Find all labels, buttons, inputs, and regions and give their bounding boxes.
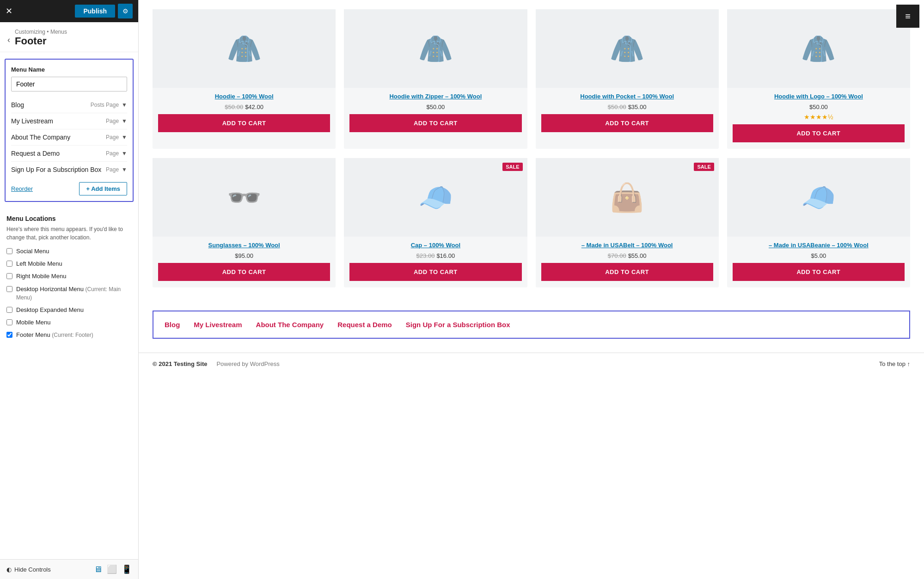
publish-button[interactable]: Publish [75, 5, 115, 18]
add-to-cart-button[interactable]: ADD TO CART [541, 263, 713, 281]
add-to-cart-button[interactable]: ADD TO CART [158, 263, 330, 281]
menu-location-label: Mobile Menu [16, 318, 50, 327]
menu-location-checkbox[interactable] [6, 261, 12, 267]
desktop-view-button[interactable]: 🖥 [94, 564, 102, 574]
product-name: Sunglasses – 100% Wool [158, 241, 330, 250]
product-price: $70.00$55.00 [541, 252, 713, 259]
footer-to-top[interactable]: To the top ↑ [879, 360, 910, 367]
gear-button[interactable]: ⚙ [118, 4, 133, 18]
product-icon: 🧥 [801, 32, 836, 65]
footer-nav-link[interactable]: Sign Up For a Subscription Box [406, 321, 510, 329]
product-name: Hoodie with Logo – 100% Wool [733, 92, 905, 101]
close-button[interactable]: ✕ [6, 6, 12, 16]
menu-item-expand[interactable]: ▼ [122, 118, 127, 124]
menu-locations-section: Menu Locations Here's where this menu ap… [0, 208, 138, 350]
hide-controls-button[interactable]: ◐ Hide Controls [6, 566, 51, 573]
menu-locations-list: Social Menu Left Mobile Menu Right Mobil… [6, 247, 132, 340]
mobile-view-button[interactable]: 📱 [122, 564, 132, 574]
product-card: 🧥 Hoodie with Pocket – 100% Wool $50.00$… [536, 9, 719, 149]
product-price: $50.00 [349, 104, 521, 110]
menu-item-expand[interactable]: ▼ [122, 102, 127, 108]
old-price: $50.00 [225, 104, 243, 110]
left-panel: ✕ Publish ⚙ ‹ Customizing • Menus Footer… [0, 0, 139, 579]
menu-location-checkbox[interactable] [6, 273, 12, 279]
add-to-cart-button[interactable]: ADD TO CART [349, 263, 521, 281]
menu-item-expand[interactable]: ▼ [122, 150, 127, 157]
menu-item[interactable]: About The Company Page ▼ [11, 129, 127, 146]
product-name: – Made in USABelt – 100% Wool [541, 241, 713, 250]
reorder-button[interactable]: Reorder [11, 185, 33, 192]
menu-location-checkbox[interactable] [6, 286, 12, 292]
product-info: Hoodie with Zipper – 100% Wool $50.00 [344, 88, 527, 110]
add-to-cart-button[interactable]: ADD TO CART [541, 114, 713, 132]
menu-item-name: Blog [11, 101, 91, 109]
product-image-area: 👜 SALE [536, 158, 719, 237]
product-info: Sunglasses – 100% Wool $95.00 [153, 237, 336, 259]
menu-item-type: Posts Page [91, 102, 119, 108]
tablet-view-button[interactable]: ⬜ [107, 564, 117, 574]
product-icon: 🧢 [418, 181, 453, 214]
menu-name-input[interactable] [11, 77, 127, 91]
sale-badge: SALE [502, 163, 522, 171]
add-items-button[interactable]: + Add Items [79, 182, 127, 195]
sale-badge: SALE [694, 163, 714, 171]
product-card: 🧢 SALE Cap – 100% Wool $23.00$16.00 ADD … [344, 158, 527, 287]
menu-item[interactable]: My Livestream Page ▼ [11, 113, 127, 129]
preview-inner: ≡ 🧥 Hoodie – 100% Wool $50.00$42.00 ADD … [139, 0, 924, 579]
new-price: $35.00 [628, 104, 647, 110]
top-bar: ✕ Publish ⚙ [0, 0, 138, 22]
product-info: Hoodie with Logo – 100% Wool $50.00 ★★★★… [727, 88, 910, 121]
menu-location-checkbox[interactable] [6, 319, 12, 325]
menu-location-checkbox[interactable] [6, 248, 12, 254]
product-grid-row2: 🕶️ Sunglasses – 100% Wool $95.00 ADD TO … [153, 158, 910, 287]
hamburger-icon[interactable]: ≡ [896, 5, 919, 28]
menu-location-item: Left Mobile Menu [6, 260, 132, 268]
menu-location-label: Desktop Expanded Menu [16, 306, 84, 314]
product-image-area: 🧥 [536, 9, 719, 88]
menu-location-item: Social Menu [6, 247, 132, 256]
product-price: $5.00 [733, 252, 905, 259]
product-icon: 🧥 [418, 32, 453, 65]
product-price: $95.00 [158, 252, 330, 259]
menu-item-type: Page [106, 166, 119, 173]
product-image-area: 🕶️ [153, 158, 336, 237]
new-price: $55.00 [628, 252, 647, 259]
menu-items-list: Blog Posts Page ▼ My Livestream Page ▼ A… [11, 97, 127, 177]
footer-left: © 2021 Testing Site Powered by WordPress [153, 360, 280, 367]
add-to-cart-button[interactable]: ADD TO CART [733, 124, 905, 142]
footer-copyright: © 2021 Testing Site [153, 360, 207, 367]
menu-item-name: Sign Up For a Subscription Box [11, 166, 106, 173]
menu-item[interactable]: Request a Demo Page ▼ [11, 146, 127, 162]
footer-nav-link[interactable]: Blog [165, 321, 180, 329]
menu-item-expand[interactable]: ▼ [122, 166, 127, 173]
menu-editor-box: Menu Name Blog Posts Page ▼ My Livestrea… [5, 59, 134, 202]
chevron-down-icon: ◐ [6, 566, 12, 573]
menu-locations-title: Menu Locations [6, 215, 132, 222]
add-to-cart-button[interactable]: ADD TO CART [158, 114, 330, 132]
add-to-cart-button[interactable]: ADD TO CART [733, 263, 905, 281]
menu-location-label: Social Menu [16, 247, 49, 256]
back-button[interactable]: ‹ [7, 35, 10, 45]
footer-nav-link[interactable]: My Livestream [194, 321, 242, 329]
main-preview: ≡ 🧥 Hoodie – 100% Wool $50.00$42.00 ADD … [139, 0, 924, 579]
menu-item-type: Page [106, 118, 119, 124]
product-info: – Made in USABeanie – 100% Wool $5.00 [727, 237, 910, 259]
add-to-cart-button[interactable]: ADD TO CART [349, 114, 521, 132]
menu-location-label: Right Mobile Menu [16, 272, 66, 280]
menu-item[interactable]: Blog Posts Page ▼ [11, 97, 127, 113]
menu-item-expand[interactable]: ▼ [122, 134, 127, 140]
menu-location-checkbox[interactable] [6, 307, 12, 313]
menu-location-checkbox[interactable] [6, 332, 12, 338]
menu-item[interactable]: Sign Up For a Subscription Box Page ▼ [11, 162, 127, 177]
product-image-area: 🧥 [344, 9, 527, 88]
current-tag: (Current: Footer) [52, 332, 93, 338]
product-grid-section: 🧥 Hoodie – 100% Wool $50.00$42.00 ADD TO… [139, 0, 924, 311]
product-image-area: 🧥 [727, 9, 910, 88]
product-icon: 🧢 [801, 181, 836, 214]
product-card: 🧥 Hoodie with Logo – 100% Wool $50.00 ★★… [727, 9, 910, 149]
product-price: $23.00$16.00 [349, 252, 521, 259]
footer-nav-section: BlogMy LivestreamAbout The CompanyReques… [153, 311, 910, 339]
footer-nav-link[interactable]: Request a Demo [337, 321, 392, 329]
site-footer: © 2021 Testing Site Powered by WordPress… [139, 353, 924, 375]
footer-nav-link[interactable]: About The Company [256, 321, 324, 329]
